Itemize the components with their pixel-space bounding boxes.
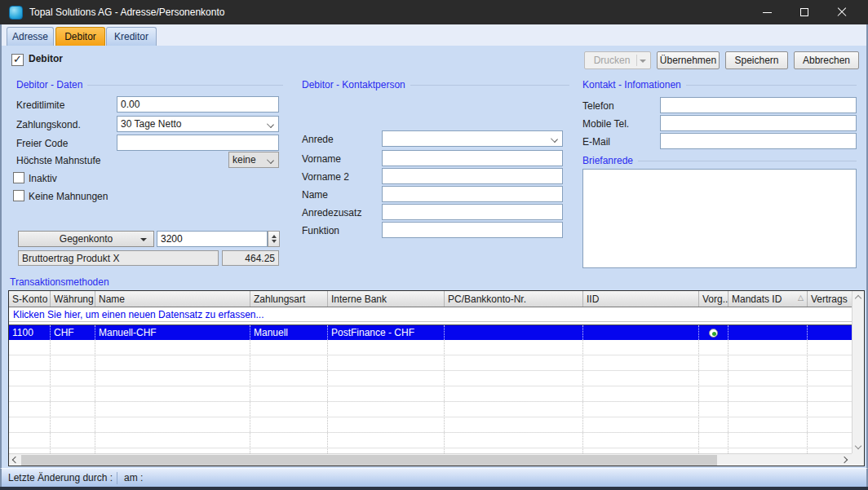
freier-code-input[interactable] (117, 135, 279, 151)
cell-iid[interactable] (582, 325, 698, 340)
grid-horizontal-scrollbar[interactable] (9, 453, 852, 466)
transaktionsmethoden-grid: S-Konto Währung Name Zahlungsart Interne… (8, 290, 865, 466)
grid-col-interne-bank[interactable]: Interne Bank (327, 291, 444, 307)
anrede-select[interactable] (382, 130, 563, 147)
vorname-input[interactable] (382, 150, 563, 166)
hscroll-right-button[interactable] (839, 454, 852, 466)
cell-interne-bank[interactable]: PostFinance - CHF (327, 325, 444, 340)
dropdown-arrow-icon (140, 238, 147, 241)
section-kontakt-info: Kontakt - Infomationen (582, 79, 857, 90)
mahnstufe-label: Höchste Mahnstufe (16, 155, 100, 166)
cell-mandats-id[interactable] (728, 325, 807, 340)
maximize-button[interactable] (786, 0, 823, 24)
email-input[interactable] (660, 133, 857, 149)
spin-up-icon[interactable] (272, 235, 277, 238)
tab-adresse[interactable]: Adresse (7, 27, 54, 46)
drucken-button[interactable]: Drucken (584, 51, 651, 69)
vscroll-down-button[interactable] (852, 441, 865, 453)
drucken-dropdown-icon[interactable] (640, 60, 646, 63)
chevron-right-icon (841, 457, 848, 463)
grid-col-vertrag[interactable]: Vertrags (807, 291, 852, 307)
gegenkonto-label: Gegenkonto (60, 233, 113, 245)
mandats-id-label: Mandats ID (732, 294, 782, 305)
maximize-icon (800, 8, 808, 16)
gegenkonto-dropdown-button[interactable]: Gegenkonto (18, 231, 154, 247)
mobile-input[interactable] (660, 115, 857, 131)
kreditlimite-input[interactable] (117, 96, 279, 113)
vscroll-up-button[interactable] (852, 291, 865, 303)
vorname2-input[interactable] (382, 168, 563, 184)
keine-mahnungen-label: Keine Mahnungen (29, 191, 108, 202)
uebernehmen-button[interactable]: Übernehmen (657, 51, 720, 69)
inaktiv-checkbox[interactable] (13, 172, 24, 183)
status-divider (117, 472, 117, 484)
debitor-checkbox[interactable] (11, 54, 24, 66)
vorname2-label: Vorname 2 (302, 171, 349, 183)
hscroll-left-button[interactable] (9, 454, 21, 466)
cell-vorgabe[interactable] (698, 325, 728, 340)
hscroll-thumb[interactable] (21, 455, 717, 466)
section-kontakt-info-title: Kontakt - Infomationen (582, 79, 681, 90)
chevron-down-icon (551, 135, 558, 143)
grid-gridline (444, 340, 445, 453)
telefon-input[interactable] (660, 97, 857, 113)
zahlungskond-value: 30 Tage Netto (121, 118, 182, 130)
freier-code-label: Freier Code (16, 138, 68, 149)
section-debitor-daten: Debitor - Daten (16, 79, 283, 90)
grid-col-s-konto[interactable]: S-Konto (9, 291, 50, 307)
spin-down-icon[interactable] (272, 240, 277, 243)
grid-gridline (698, 340, 699, 453)
grid-gridline (728, 340, 728, 453)
sort-icon[interactable]: △ (798, 294, 804, 302)
briefanrede-textarea[interactable] (582, 169, 857, 268)
tab-debitor[interactable]: Debitor (55, 27, 105, 46)
minimize-button[interactable] (748, 0, 786, 24)
section-kontaktperson: Debitor - Kontaktperson (302, 79, 569, 90)
abbrechen-label: Abbrechen (803, 55, 850, 66)
grid-col-mandats-id[interactable]: Mandats ID △ (728, 291, 807, 307)
cell-s-konto[interactable]: 1100 (9, 325, 50, 340)
cell-waehrung[interactable]: CHF (50, 325, 95, 340)
grid-col-waehrung[interactable]: Währung (50, 291, 95, 307)
mahnstufe-select[interactable]: keine (228, 152, 279, 168)
grid-gridline (250, 340, 250, 453)
grid-col-iid[interactable]: IID (582, 291, 698, 307)
app-window: Topal Solutions AG - Adresse/Personenkon… (0, 0, 868, 490)
cell-vertrag[interactable] (807, 325, 852, 340)
abbrechen-button[interactable]: Abbrechen (794, 51, 859, 69)
speichern-label: Speichern (734, 55, 778, 66)
konto-betrag-field: 464.25 (222, 250, 279, 266)
name-input[interactable] (382, 186, 563, 202)
grid-col-zahlungsart[interactable]: Zahlungsart (250, 291, 327, 307)
kreditlimite-label: Kreditlimite (16, 99, 64, 111)
close-button[interactable] (823, 0, 861, 24)
funktion-input[interactable] (382, 222, 563, 238)
grid-col-vorgabe[interactable]: Vorg... (698, 291, 728, 307)
cell-pc-bankkonto[interactable] (444, 325, 582, 340)
close-icon (837, 7, 847, 17)
uebernehmen-label: Übernehmen (660, 55, 716, 66)
tab-kreditor[interactable]: Kreditor (106, 27, 157, 46)
scrollbar-corner (852, 453, 864, 466)
cell-name[interactable]: Manuell-CHF (95, 325, 250, 340)
grid-vertical-scrollbar[interactable] (852, 291, 864, 453)
cell-zahlungsart[interactable]: Manuell (250, 325, 327, 340)
grid-gridline (327, 340, 328, 453)
grid-new-record-row[interactable]: Klicken Sie hier, um einen neuen Datensa… (9, 307, 852, 322)
section-debitor-daten-title: Debitor - Daten (16, 79, 82, 90)
gegenkonto-spinner[interactable] (268, 231, 280, 247)
gegenkonto-nr-input[interactable] (157, 231, 268, 247)
keine-mahnungen-checkbox[interactable] (13, 190, 24, 201)
app-icon (9, 6, 23, 20)
inaktiv-label: Inaktiv (29, 173, 57, 184)
minimize-icon (763, 12, 772, 13)
speichern-button[interactable]: Speichern (725, 51, 788, 69)
mobile-label: Mobile Tel. (582, 118, 629, 130)
grid-col-name[interactable]: Name (95, 291, 250, 307)
zahlungskond-select[interactable]: 30 Tage Netto (117, 116, 279, 132)
grid-row-selected[interactable]: 1100 CHF Manuell-CHF Manuell PostFinance… (9, 324, 852, 340)
grid-col-pc-bankkonto[interactable]: PC/Bankkonto-Nr. (444, 291, 582, 307)
chevron-down-icon (855, 443, 861, 449)
chevron-left-icon (12, 457, 19, 463)
anredezusatz-input[interactable] (382, 204, 563, 220)
